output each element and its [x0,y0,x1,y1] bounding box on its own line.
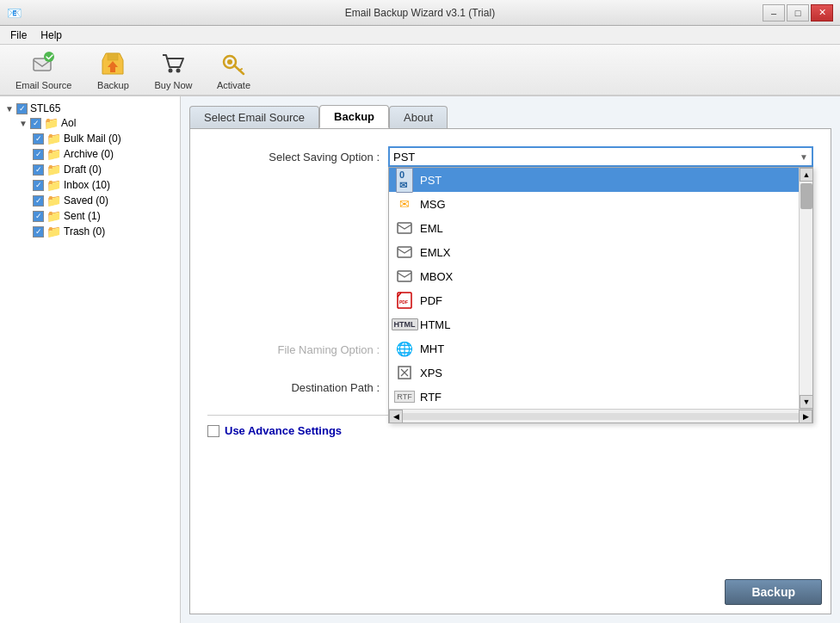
root-label: STL65 [30,102,60,114]
minimize-button[interactable]: – [763,4,785,22]
emlx-icon [396,244,413,261]
svg-rect-3 [108,53,118,60]
mht-icon: 🌐 [396,340,413,357]
saved-label: Saved (0) [64,194,108,207]
bulk-mail-icon: 📁 [46,132,61,145]
tree-root[interactable]: ▼ ✓ STL65 [5,102,175,115]
root-expand-icon: ▼ [5,104,14,114]
h-scroll-left-btn[interactable]: ◀ [389,410,403,423]
tree-sent[interactable]: ✓ 📁 Sent (1) [5,208,175,224]
dropdown-item-eml[interactable]: EML [389,216,812,240]
main-layout: ▼ ✓ STL65 ▼ ✓ 📁 Aol ✓ 📁 Bulk Mail (0) ✓ … [0,96,840,623]
sent-checkbox[interactable]: ✓ [33,211,44,222]
buy-now-button[interactable]: Buy Now [147,46,199,94]
draft-label: Draft (0) [64,163,102,176]
buy-label: Buy Now [154,80,192,90]
svg-line-8 [234,65,244,74]
backup-icon [99,50,127,77]
h-scroll-right-btn[interactable]: ▶ [799,410,812,423]
dropdown-item-rtf[interactable]: RTF RTF [389,385,812,409]
dropdown-item-xps[interactable]: XPS [389,361,812,385]
svg-rect-12 [398,247,411,257]
aol-expand-icon: ▼ [19,119,28,128]
archive-checkbox[interactable]: ✓ [33,149,44,160]
saving-option-select[interactable]: PST ▼ [388,146,813,167]
xps-icon [396,364,413,381]
key-icon [219,50,247,77]
aol-folder-icon: 📁 [44,116,59,130]
h-scrollbar: ◀ ▶ [389,409,812,423]
backup-button[interactable]: Backup [725,579,822,605]
dropdown-item-html[interactable]: HTML HTML [389,312,812,336]
tree-aol[interactable]: ▼ ✓ 📁 Aol [5,115,175,131]
title-bar-controls: – □ ✕ [763,4,833,22]
trash-checkbox[interactable]: ✓ [33,226,44,237]
svg-point-6 [176,68,181,72]
backup-toolbar-button[interactable]: Backup [87,46,139,94]
title-bar: 📧 Email Backup Wizard v3.1 (Trial) – □ ✕ [0,0,840,26]
inbox-checkbox[interactable]: ✓ [33,180,44,191]
root-checkbox[interactable]: ✓ [16,103,28,114]
content-area: Select Email Source Backup About Select … [181,96,840,623]
scroll-up-btn[interactable]: ▲ [800,168,813,182]
menu-bar: File Help [0,26,840,45]
saved-icon: 📁 [46,194,61,207]
svg-point-1 [44,52,54,62]
svg-rect-13 [398,271,411,281]
tab-select-email-source[interactable]: Select Email Source [189,106,319,128]
aol-label: Aol [61,117,76,129]
backup-label: Backup [97,80,129,90]
msg-label: MSG [420,198,446,211]
mbox-icon [396,268,413,285]
tree-saved[interactable]: ✓ 📁 Saved (0) [5,193,175,208]
dropdown-item-mbox[interactable]: MBOX [389,264,812,288]
dropdown-item-pst[interactable]: 0 ✉ PST [389,168,812,192]
tree-bulk-mail[interactable]: ✓ 📁 Bulk Mail (0) [5,131,175,146]
dropdown-item-pdf[interactable]: PDF PDF [389,288,812,312]
close-button[interactable]: ✕ [811,4,833,22]
draft-checkbox[interactable]: ✓ [33,164,44,176]
tab-backup[interactable]: Backup [319,105,389,128]
app-icon: 📧 [7,6,22,20]
dropdown-item-msg[interactable]: ✉ MSG [389,192,812,216]
pst-icon: 0 ✉ [396,171,413,188]
pdf-icon: PDF [396,292,413,309]
dropdown-item-mht[interactable]: 🌐 MHT [389,336,812,361]
tab-about[interactable]: About [389,106,448,128]
trash-label: Trash (0) [64,225,105,237]
mbox-label: MBOX [420,270,453,283]
saving-option-value: PST [393,151,415,163]
tree-trash[interactable]: ✓ 📁 Trash (0) [5,224,175,239]
dropdown-arrow-icon: ▼ [800,152,808,162]
html-label: HTML [420,318,450,331]
scroll-down-btn[interactable]: ▼ [800,395,813,409]
dropdown-item-emlx[interactable]: EMLX [389,240,812,264]
advance-settings-checkbox[interactable] [207,425,219,437]
dropdown-scrollbar[interactable]: ▲ ▼ [799,168,812,409]
pdf-label: PDF [420,294,442,307]
aol-checkbox[interactable]: ✓ [30,118,41,129]
menu-help[interactable]: Help [34,28,69,43]
cart-icon [159,50,187,77]
tree-inbox[interactable]: ✓ 📁 Inbox (10) [5,177,175,193]
scroll-thumb [800,183,812,209]
email-source-button[interactable]: Email Source [9,46,78,94]
archive-label: Archive (0) [64,148,114,160]
pst-label: PST [420,174,442,187]
email-source-label: Email Source [15,80,71,90]
tree-draft[interactable]: ✓ 📁 Draft (0) [5,162,175,177]
saved-checkbox[interactable]: ✓ [33,195,44,207]
activate-button[interactable]: Activate [207,46,259,94]
tree-archive[interactable]: ✓ 📁 Archive (0) [5,146,175,162]
h-scroll-track [403,413,799,420]
advance-settings-label: Use Advance Settings [225,424,342,437]
title-bar-left: 📧 [7,6,22,20]
restore-button[interactable]: □ [787,4,809,22]
sent-label: Sent (1) [64,210,101,222]
rtf-label: RTF [420,391,442,404]
email-source-icon [30,50,58,77]
bulk-mail-checkbox[interactable]: ✓ [33,133,44,145]
svg-point-5 [169,68,173,72]
xps-label: XPS [420,367,442,379]
menu-file[interactable]: File [3,28,34,43]
